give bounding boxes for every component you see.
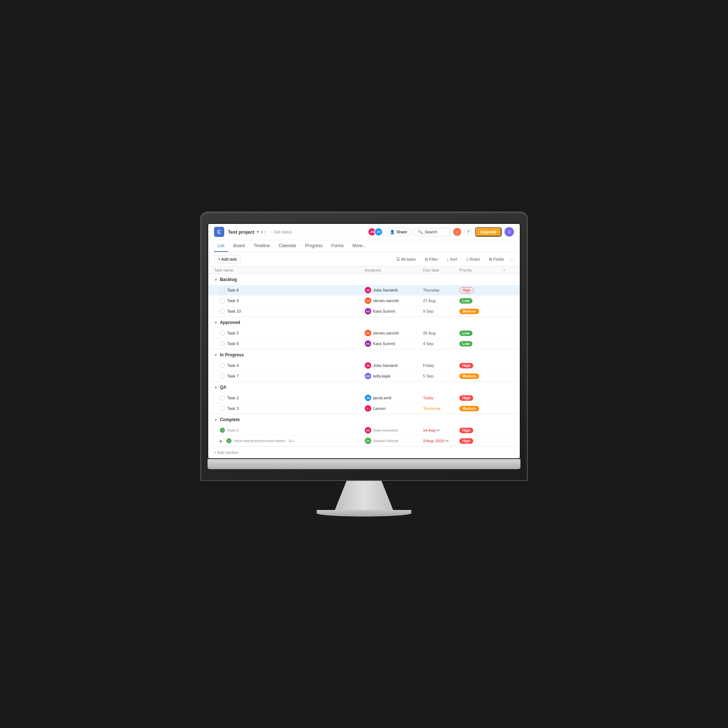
priority-badge: High [459,363,473,369]
monitor-stand-base [317,510,411,517]
tab-list[interactable]: List [214,240,228,252]
task-name-cell: Task 5 [220,330,365,336]
priority-badge: Medium [459,373,479,379]
assignee-avatar: SS [365,330,371,336]
toolbar-right: ☰ All tasks ⊟ Filter ↕ Sort ◇ [393,255,514,263]
task-check[interactable]: ✓ [220,428,225,433]
assignee-name: Julia Sanskriti [373,428,398,433]
col-add[interactable]: + [503,268,514,272]
section-header-complete[interactable]: ▼ Complete [208,414,520,425]
task-name-cell: Task 8 [220,288,365,293]
tab-more[interactable]: More... [349,240,369,252]
section-toggle: ▼ [214,321,218,325]
assignee-cell: L Lauren [365,405,423,412]
help-button[interactable]: ? [464,228,472,236]
topbar: C Test project ▼ ℹ ☆ ○ Set status JS [208,224,520,240]
all-tasks-button[interactable]: ☰ All tasks [393,255,419,263]
task-row-task6[interactable]: Task 6 KS Kara Summi 4 Sep Low [208,338,520,349]
task-row-task9[interactable]: Task 9 SS steven.sanchit 27 Aug Low [208,295,520,306]
all-tasks-icon: ☰ [396,257,400,262]
assignee-name: jacob.amit [373,396,391,400]
task-check[interactable] [220,363,225,368]
assignee-avatar: KK [365,373,371,379]
set-status[interactable]: ○ Set status [271,230,292,234]
task-row-task2[interactable]: Task 2 JA jacob.amit Today High [208,393,520,403]
plus-button[interactable]: + [453,228,461,236]
task-check[interactable] [220,373,225,379]
task-name: Task 9 [227,298,239,303]
assignee-name: kelly.kajal [373,374,390,378]
assignee-name: steven.sanchit [373,298,399,303]
section-toggle: ▼ [214,418,218,422]
task-row-task5[interactable]: Task 5 SS steven.sanchit 26 Aug Low [208,328,520,338]
task-row-task4[interactable]: Task 4 JS Julia Sanskriti Friday High [208,360,520,371]
tab-timeline[interactable]: Timeline [250,240,274,252]
col-due-date: Due date [423,268,459,272]
upgrade-button[interactable]: Upgrade [475,227,502,237]
task-name: Task 4 [227,363,239,368]
share-button[interactable]: 👤 Share [386,228,411,236]
topbar-right: JS JV 👤 Share 🔍 Search + ? [368,227,514,237]
task-check[interactable] [220,395,225,401]
filter-button[interactable]: ⊟ Filter [422,255,441,263]
due-date: Thursday [423,288,459,292]
sort-button[interactable]: ↕ Sort [444,255,460,263]
task-check[interactable] [220,298,225,303]
tab-progress[interactable]: Progress [301,240,326,252]
task-check[interactable]: ✓ [226,438,231,444]
task-check[interactable] [220,288,225,293]
task-check[interactable] [220,330,225,336]
section-header-in-progress[interactable]: ▼ In Progress [208,349,520,360]
task-name: Task 10 [227,309,241,314]
priority-badge: Medium [459,309,479,314]
section-header-backlog[interactable]: ▼ Backlog [208,274,520,285]
section-header-approved[interactable]: ▼ Approved [208,317,520,328]
assignee-avatar: KS [365,308,371,315]
fields-icon: ⊞ [489,257,492,262]
task-check[interactable] [220,309,225,314]
due-date: 9 Sep [423,309,459,314]
add-section-button[interactable]: + Add section [208,447,520,458]
task-row-task3[interactable]: Task 3 L Lauren Tomorrow Medium [208,403,520,414]
priority-badge: High [459,395,473,401]
tab-calendar[interactable]: Calendar [275,240,300,252]
priority-cell: High [459,287,503,294]
priority-badge: High [459,428,473,433]
priority-badge: High [459,287,474,294]
section-header-qa[interactable]: ▼ QA [208,382,520,393]
more-options-button[interactable]: ··· [509,256,514,262]
tab-board[interactable]: Board [230,240,249,252]
task-name: Task 1 [227,428,239,433]
task-check[interactable] [220,406,225,411]
priority-cell: High [459,438,503,444]
rules-button[interactable]: ◇ Rules [463,255,483,263]
add-task-button[interactable]: + Add task [214,255,241,263]
task-row-task10[interactable]: Task 10 KS Kara Summi 9 Sep Medium [208,306,520,317]
user-avatar[interactable]: U [505,227,514,237]
task-name: Task 6 [227,341,239,346]
task-row-task7[interactable]: Task 7 KK kelly.kajal 5 Sep Medium [208,371,520,381]
assignee-name: Julia Sanskriti [373,288,398,292]
task-check[interactable] [220,341,225,346]
task-row-task1[interactable]: ✓ Task 1 JS Julia Sanskriti 14 Aug ✕ Hig… [208,425,520,436]
section-label: Approved [220,320,240,325]
assignee-avatar: JV [365,437,371,444]
assignee-name: Jordan Vikash [373,439,399,443]
section-backlog: ▼ Backlog Task 8 JS Julia Sanskriti Thur… [208,274,520,317]
assignee-avatar: JS [365,427,371,434]
due-date: 26 Aug [423,331,459,335]
section-toggle: ▼ [214,278,218,282]
assignee-avatar: SS [365,297,371,304]
section-complete: ▼ Complete ✓ Task 1 JS Julia Sanskriti 1… [208,414,520,447]
task-row-task-roof[interactable]: ▶ ✓ Your roof protects your home 4 ↕ JV … [208,436,520,446]
tab-forms[interactable]: Forms [327,240,347,252]
priority-cell: Low [459,341,503,347]
fields-button[interactable]: ⊞ Fields [486,255,507,263]
search-box[interactable]: 🔍 Search [414,228,450,236]
section-toggle: ▼ [214,385,218,390]
due-date: 5 Sep [423,374,459,378]
priority-cell: High [459,428,503,433]
task-row-task8[interactable]: Task 8 JS Julia Sanskriti Thursday High [208,285,520,295]
avatar-group: JS JV [368,228,383,236]
filter-icon: ⊟ [425,257,428,262]
